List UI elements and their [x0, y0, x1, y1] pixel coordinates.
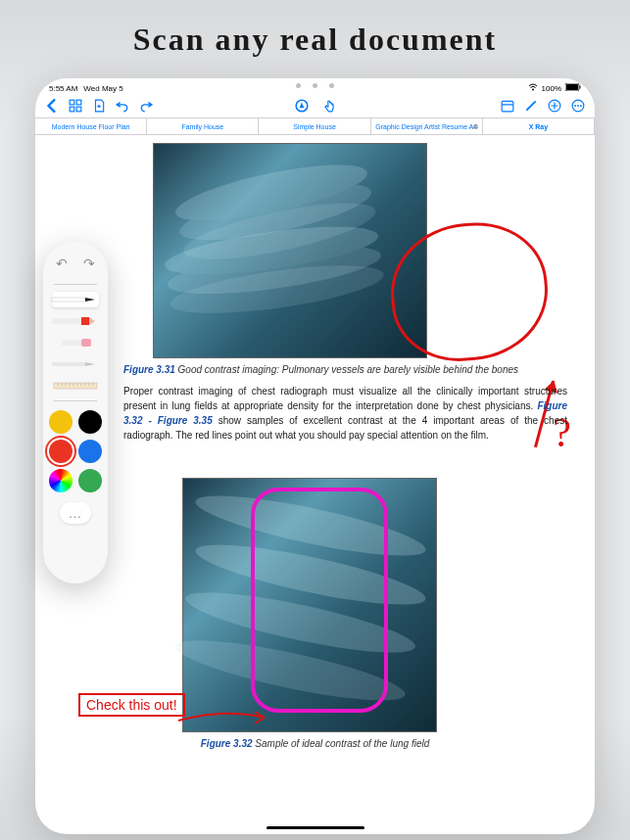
svg-rect-21	[54, 383, 97, 389]
more-button[interactable]	[571, 99, 585, 113]
home-indicator[interactable]	[267, 826, 364, 829]
divider	[54, 284, 97, 285]
pencil-tool[interactable]	[52, 356, 99, 372]
palette-redo-button[interactable]: ↷	[78, 253, 100, 274]
app-toolbar	[35, 94, 595, 117]
divider	[54, 400, 97, 401]
close-icon[interactable]: ⊗	[472, 122, 479, 131]
caption-text: Good contrast imaging: Pulmonary vessels…	[175, 364, 518, 375]
tab-label: Graphic Design Artist Resume A4	[375, 123, 477, 130]
ruler-tool[interactable]	[52, 378, 99, 394]
svg-rect-4	[70, 100, 74, 105]
svg-rect-15	[52, 298, 85, 302]
document-page[interactable]: ? Figure 3.31 Good contrast imaging: Pul…	[35, 135, 595, 834]
svg-rect-5	[76, 100, 81, 105]
figure-label: Figure 3.32	[201, 738, 253, 749]
add-button[interactable]	[548, 99, 561, 113]
promo-headline: Scan any real document	[0, 22, 630, 58]
figure-caption-2: Figure 3.32 Sample of ideal contrast of …	[35, 738, 595, 749]
pen-mode-button[interactable]	[295, 99, 309, 113]
redo-button[interactable]	[139, 99, 153, 113]
tablet-frame: 5:55 AM Wed May 5 100%	[35, 78, 595, 834]
tablet-notch	[35, 78, 595, 92]
palette-undo-button[interactable]: ↶	[51, 253, 73, 274]
color-blue[interactable]	[78, 440, 102, 463]
svg-rect-6	[70, 107, 74, 112]
color-swatches	[49, 410, 102, 492]
tab-resume[interactable]: Graphic Design Artist Resume A4⊗	[371, 118, 483, 134]
svg-rect-7	[76, 107, 81, 112]
palette-more-button[interactable]: …	[60, 502, 91, 524]
grid-button[interactable]	[69, 99, 82, 113]
tab-simple-house[interactable]: Simple House	[259, 118, 370, 134]
color-red[interactable]	[49, 440, 73, 463]
tab-label: Modern House Floor Plan	[52, 123, 130, 130]
highlighter-tool[interactable]	[52, 313, 99, 329]
svg-rect-18	[62, 340, 81, 346]
color-yellow[interactable]	[49, 410, 73, 434]
tab-label: Family House	[181, 123, 223, 130]
svg-point-14	[580, 105, 582, 107]
svg-rect-19	[81, 339, 91, 347]
pen-tool[interactable]	[52, 292, 99, 307]
annotation-arrow-right	[176, 703, 274, 742]
tab-label: Simple House	[293, 123, 336, 130]
svg-point-13	[577, 105, 579, 107]
tab-xray[interactable]: X Ray	[483, 118, 595, 134]
calendar-button[interactable]	[501, 99, 514, 113]
drawing-palette[interactable]: ↶ ↷ …	[43, 241, 108, 583]
figure-label: Figure 3.31	[123, 364, 175, 375]
xray-image-1	[153, 143, 427, 358]
document-tabs: Modern House Floor Plan Family House Sim…	[35, 117, 595, 135]
figure-caption-1: Figure 3.31 Good contrast imaging: Pulmo…	[123, 364, 567, 375]
tab-modern-house[interactable]: Modern House Floor Plan	[35, 118, 147, 134]
color-picker[interactable]	[49, 469, 73, 492]
svg-rect-9	[502, 101, 513, 112]
svg-point-12	[574, 105, 576, 107]
tab-family-house[interactable]: Family House	[147, 118, 259, 134]
svg-rect-16	[52, 318, 81, 324]
tab-label: X Ray	[529, 123, 548, 130]
svg-rect-20	[52, 362, 85, 366]
body-paragraph: Proper contrast imaging of chest radiogr…	[123, 384, 567, 443]
edit-button[interactable]	[524, 99, 538, 113]
touch-mode-button[interactable]	[322, 99, 336, 113]
annotation-textbox: Check this out!	[78, 693, 185, 717]
back-button[interactable]	[45, 99, 59, 113]
color-black[interactable]	[78, 410, 102, 434]
eraser-tool[interactable]	[52, 335, 99, 350]
body-text-1: Proper contrast imaging of chest radiogr…	[123, 386, 567, 411]
caption-text: Sample of ideal contrast of the lung fie…	[253, 738, 430, 749]
add-page-button[interactable]	[92, 99, 106, 113]
svg-rect-17	[81, 317, 89, 325]
xray-image-2	[182, 478, 437, 732]
undo-button[interactable]	[116, 99, 129, 113]
color-green[interactable]	[78, 469, 102, 492]
